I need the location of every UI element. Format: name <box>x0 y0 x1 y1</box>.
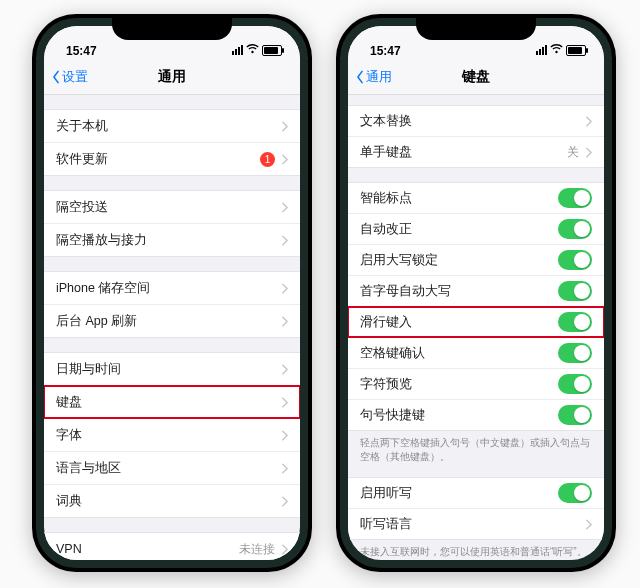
content-left: 关于本机 软件更新 1 隔空投送 隔空播放与接力 <box>44 95 300 560</box>
row-label: 单手键盘 <box>360 144 567 161</box>
back-label: 设置 <box>62 68 88 86</box>
row-one-hand[interactable]: 单手键盘 关 <box>348 136 604 167</box>
nav-bar: 通用 键盘 <box>348 60 604 95</box>
chevron-left-icon <box>354 70 366 84</box>
chevron-right-icon <box>281 364 288 375</box>
battery-icon <box>262 45 282 56</box>
battery-icon <box>566 45 586 56</box>
screen-right: 15:47 通用 键盘 文本替换 <box>348 26 604 560</box>
chevron-right-icon <box>281 397 288 408</box>
row-label: 空格键确认 <box>360 345 558 362</box>
row-label: 智能标点 <box>360 190 558 207</box>
row-language-region[interactable]: 语言与地区 <box>44 451 300 484</box>
row-label: 听写语言 <box>360 516 585 533</box>
row-auto-capitalize[interactable]: 首字母自动大写 <box>348 275 604 306</box>
row-smart-punct[interactable]: 智能标点 <box>348 183 604 213</box>
row-label: 字体 <box>56 427 281 444</box>
row-label: 首字母自动大写 <box>360 283 558 300</box>
row-label: 键盘 <box>56 394 281 411</box>
toggle-switch[interactable] <box>558 188 592 208</box>
nav-title: 键盘 <box>462 68 490 86</box>
row-value: 未连接 <box>239 541 275 558</box>
update-badge: 1 <box>260 152 275 167</box>
nav-bar: 设置 通用 <box>44 60 300 95</box>
toggle-switch[interactable] <box>558 405 592 425</box>
row-about[interactable]: 关于本机 <box>44 110 300 142</box>
footnote-period: 轻点两下空格键插入句号（中文键盘）或插入句点与空格（其他键盘）。 <box>348 431 604 463</box>
row-label: 词典 <box>56 493 281 510</box>
phone-left-frame: 15:47 设置 通用 关于本机 <box>32 14 312 572</box>
row-dictation-lang[interactable]: 听写语言 <box>348 508 604 539</box>
row-label: 隔空投送 <box>56 199 281 216</box>
chevron-right-icon <box>281 316 288 327</box>
toggle-switch[interactable] <box>558 374 592 394</box>
toggle-switch[interactable] <box>558 483 592 503</box>
row-auto-correct[interactable]: 自动改正 <box>348 213 604 244</box>
row-airplay[interactable]: 隔空播放与接力 <box>44 223 300 256</box>
row-caps-lock[interactable]: 启用大写锁定 <box>348 244 604 275</box>
footnote-text: 未接入互联网时，您可以使用英语和普通话“听写”。 <box>360 546 587 557</box>
row-airdrop[interactable]: 隔空投送 <box>44 191 300 223</box>
row-label: 语言与地区 <box>56 460 281 477</box>
chevron-left-icon <box>50 70 62 84</box>
screen-left: 15:47 设置 通用 关于本机 <box>44 26 300 560</box>
row-label: 句号快捷键 <box>360 407 558 424</box>
row-label: 启用听写 <box>360 485 558 502</box>
row-label: 启用大写锁定 <box>360 252 558 269</box>
toggle-switch[interactable] <box>558 219 592 239</box>
chevron-right-icon <box>281 202 288 213</box>
row-vpn[interactable]: VPN 未连接 <box>44 533 300 560</box>
back-button[interactable]: 通用 <box>354 68 392 86</box>
row-space-confirm[interactable]: 空格键确认 <box>348 337 604 368</box>
siri-privacy-link[interactable]: 关于询问 Siri、听写与隐私… <box>360 560 487 561</box>
wifi-icon <box>550 44 563 56</box>
back-button[interactable]: 设置 <box>50 68 88 86</box>
signal-icon <box>536 45 547 55</box>
toggle-switch[interactable] <box>558 281 592 301</box>
row-label: 后台 App 刷新 <box>56 313 281 330</box>
chevron-right-icon <box>281 235 288 246</box>
toggle-switch[interactable] <box>558 343 592 363</box>
row-period-shortcut[interactable]: 句号快捷键 <box>348 399 604 430</box>
row-label: 字符预览 <box>360 376 558 393</box>
toggle-switch[interactable] <box>558 312 592 332</box>
chevron-right-icon <box>585 116 592 127</box>
row-label: iPhone 储存空间 <box>56 280 281 297</box>
footnote-dictation: 未接入互联网时，您可以使用英语和普通话“听写”。 关于询问 Siri、听写与隐私… <box>348 540 604 560</box>
row-dictionary[interactable]: 词典 <box>44 484 300 517</box>
row-label: 自动改正 <box>360 221 558 238</box>
row-value: 关 <box>567 144 579 161</box>
signal-icon <box>232 45 243 55</box>
chevron-right-icon <box>281 283 288 294</box>
row-label: 隔空播放与接力 <box>56 232 281 249</box>
chevron-right-icon <box>281 544 288 555</box>
row-background-refresh[interactable]: 后台 App 刷新 <box>44 304 300 337</box>
row-keyboard[interactable]: 键盘 <box>44 385 300 418</box>
chevron-right-icon <box>281 121 288 132</box>
chevron-right-icon <box>281 463 288 474</box>
row-fonts[interactable]: 字体 <box>44 418 300 451</box>
back-label: 通用 <box>366 68 392 86</box>
chevron-right-icon <box>585 147 592 158</box>
row-char-preview[interactable]: 字符预览 <box>348 368 604 399</box>
phone-right-frame: 15:47 通用 键盘 文本替换 <box>336 14 616 572</box>
notch <box>416 14 536 40</box>
wifi-icon <box>246 44 259 56</box>
row-text-replace[interactable]: 文本替换 <box>348 106 604 136</box>
row-label: 软件更新 <box>56 151 260 168</box>
row-slide-type[interactable]: 滑行键入 <box>348 306 604 337</box>
row-label: 滑行键入 <box>360 314 558 331</box>
toggle-switch[interactable] <box>558 250 592 270</box>
nav-title: 通用 <box>158 68 186 86</box>
row-label: 日期与时间 <box>56 361 281 378</box>
row-software-update[interactable]: 软件更新 1 <box>44 142 300 175</box>
chevron-right-icon <box>281 496 288 507</box>
row-storage[interactable]: iPhone 储存空间 <box>44 272 300 304</box>
row-date-time[interactable]: 日期与时间 <box>44 353 300 385</box>
row-label: 关于本机 <box>56 118 281 135</box>
notch <box>112 14 232 40</box>
status-time: 15:47 <box>370 44 401 60</box>
content-right: 文本替换 单手键盘 关 智能标点 自动改正 <box>348 95 604 560</box>
chevron-right-icon <box>585 519 592 530</box>
row-dictation[interactable]: 启用听写 <box>348 478 604 508</box>
